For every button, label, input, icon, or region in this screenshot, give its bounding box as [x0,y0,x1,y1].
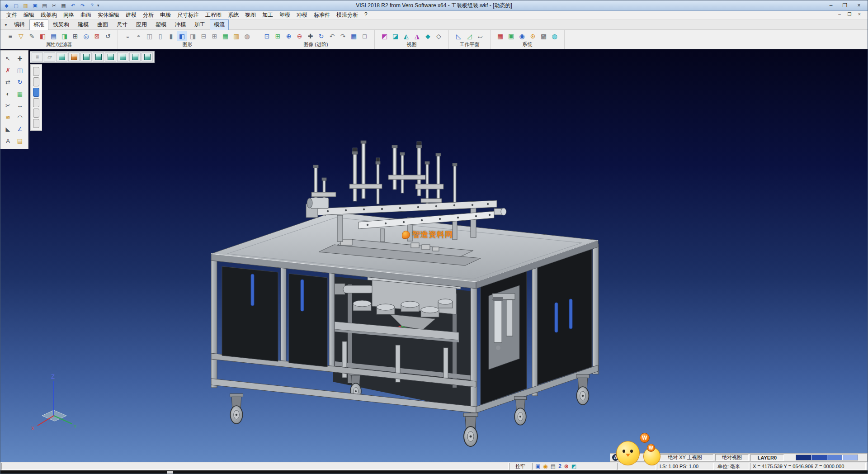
menu-item[interactable]: 加工 [259,11,276,19]
menu-item[interactable]: 塑模 [276,11,293,19]
layers-icon[interactable]: ▤ [15,136,25,146]
absolute-view-cell[interactable]: 绝对视图 [715,454,749,461]
new-file-icon[interactable]: ▢ [12,2,20,9]
menu-item[interactable]: 电极 [157,11,174,19]
zoom-window-icon[interactable]: ⊞ [273,31,283,41]
section-icon[interactable]: ⊟ [198,31,209,41]
view-normal-icon[interactable]: ◇ [434,31,444,41]
properties-icon[interactable]: ≡ [5,31,15,41]
system-display-icon[interactable]: ▣ [506,31,516,41]
offset-icon[interactable]: ≋ [3,112,13,123]
system-colors-icon[interactable]: ▦ [495,31,505,41]
viewport-3d[interactable]: Z X Y 智造资料网 [0,49,868,462]
move-icon[interactable]: ⇄ [3,77,13,87]
save-view-icon[interactable]: ▣ [535,464,540,469]
menu-item[interactable]: 网格 [60,11,77,19]
full-screen-icon[interactable]: □ [359,31,370,41]
isolate-icon[interactable]: ◎ [81,31,91,41]
view-left-icon[interactable] [117,52,128,62]
zoom-out-icon[interactable]: ⊖ [294,31,305,41]
view-bottom-icon[interactable] [142,52,153,62]
select-icon[interactable]: ↖ [3,53,13,64]
copy-icon[interactable]: ◫ [15,65,25,76]
help-icon[interactable]: ? [88,2,96,9]
dock-panel-6[interactable] [33,119,39,128]
menu-item[interactable]: 标准件 [311,11,333,19]
settings-icon[interactable]: ⊛ [564,464,569,469]
fillet-icon[interactable]: ◠ [15,112,25,123]
dock-panel-1[interactable] [33,67,39,76]
text-icon[interactable]: A [3,136,13,146]
chamfer-icon[interactable]: ◣ [3,124,13,134]
system-grid-icon[interactable]: ▩ [538,31,549,41]
view-rotate-icon[interactable]: ◆ [423,31,433,41]
undo-icon[interactable]: ↶ [69,2,77,9]
menu-item[interactable]: 分析 [140,11,157,19]
tab-modeling[interactable]: 建模 [74,19,93,30]
tab-mold[interactable]: 塑模 [151,19,170,30]
filter-layer-icon[interactable]: ▤ [48,31,59,41]
filter-icon[interactable]: ▽ [16,31,26,41]
menu-item[interactable]: 尺寸标注 [174,11,202,19]
view-front-icon[interactable]: ◪ [390,31,401,41]
tab-standard[interactable]: 标准 [29,19,48,30]
titlebar[interactable]: ◆▢▥▣▤✂▦↶↷? ▾ VISI 2018 R2 from Vero Soft… [0,0,868,11]
print-icon[interactable]: ▤ [40,2,49,9]
filter-color-icon[interactable]: ◧ [38,31,48,41]
hidden-line-icon[interactable]: ▯ [155,31,165,41]
wireframe-icon[interactable]: ◫ [144,31,155,41]
open-file-icon[interactable]: ▥ [21,2,30,9]
close-button[interactable]: × [852,1,866,10]
menu-item[interactable]: 模流分析 [333,11,361,19]
workplane-reset-icon[interactable]: ▱ [475,31,486,41]
redo-icon[interactable]: ↷ [78,2,87,9]
trim-icon[interactable]: ✂ [3,100,13,111]
tab-moldflow[interactable]: 模流 [210,19,229,30]
layer2-icon[interactable]: 2 [558,464,561,469]
snap-lock-toggle[interactable]: 拴牢 [509,463,531,470]
select-all-icon[interactable]: ⊞ [70,31,80,41]
reset-filter-icon[interactable]: ↺ [103,31,113,41]
tab-surface[interactable]: 曲面 [93,19,112,30]
view-iso-icon[interactable] [56,52,67,62]
named-views-icon[interactable]: ▦ [349,31,359,41]
grid-icon[interactable]: ⊞ [209,31,220,41]
view-top-icon[interactable]: ◩ [379,31,390,41]
view-right-icon[interactable] [129,52,141,62]
dock-panel-4[interactable] [33,98,39,107]
hide-icon[interactable]: ⊠ [92,31,102,41]
menu-item[interactable]: ? [361,11,371,19]
restore-button[interactable]: ❐ [838,1,852,10]
minimize-button[interactable]: – [824,1,838,10]
layer-color-bar[interactable] [796,455,858,460]
erase-icon[interactable]: ✗ [3,65,13,76]
print-icon[interactable]: ▤ [551,464,556,469]
system-options-icon[interactable]: ◍ [549,31,560,41]
view-front-icon[interactable] [93,52,104,62]
layer-cell[interactable]: LAYER0 [750,454,784,461]
app-icon[interactable]: ◆ [2,2,11,9]
menu-item[interactable]: 工程图 [202,11,225,19]
mesh-icon[interactable]: ▦ [220,31,231,41]
tabbar-dropdown-caret[interactable]: ▾ [2,23,9,27]
cube-icon[interactable]: ◩ [571,464,576,469]
filter-edit-icon[interactable]: ✎ [27,31,37,41]
view-top-icon[interactable] [80,52,92,62]
texture-icon[interactable]: ▥ [231,31,241,41]
menu-item[interactable]: 实体编辑 [94,11,123,19]
workplane-view-icon[interactable]: ▱ [44,52,55,62]
tab-machining[interactable]: 加工 [190,19,209,30]
dock-panel-5[interactable] [33,109,39,118]
menu-item[interactable]: 文件 [3,11,20,19]
system-globe-icon[interactable]: ◉ [517,31,527,41]
view-dynamic-icon[interactable] [68,52,80,62]
snapshot-icon[interactable]: ◉ [543,464,547,469]
transparency-icon[interactable]: ◨ [188,31,198,41]
mdi-close-button[interactable]: × [856,12,863,17]
view-iso-icon[interactable]: ◮ [412,31,422,41]
measure-icon[interactable]: ∠ [15,124,25,134]
mirror-icon[interactable]: ◐ [3,89,13,99]
tab-dimension[interactable]: 尺寸 [113,19,132,30]
toolbar-customize-caret[interactable]: ▾ [97,3,99,8]
zoom-in-icon[interactable]: ⊕ [283,31,294,41]
